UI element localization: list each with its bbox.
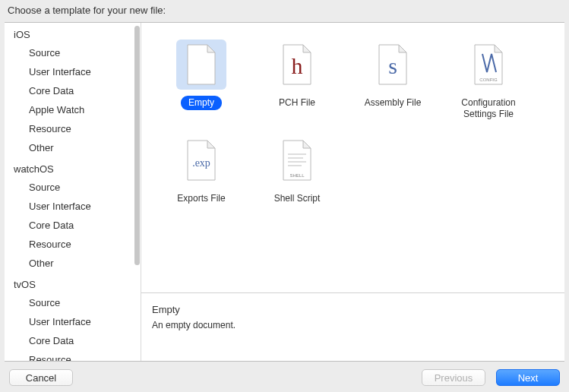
previous-button[interactable]: Previous — [422, 369, 485, 386]
sidebar-item-watchos-other[interactable]: Other — [5, 254, 141, 273]
svg-text:h: h — [292, 53, 303, 78]
description-text: An empty document. — [152, 320, 554, 330]
sidebar-group-tvos: tvOS — [5, 273, 141, 293]
right-pane: Empty h PCH File — [141, 23, 564, 361]
content-area: iOS Source User Interface Core Data Appl… — [5, 22, 564, 362]
template-icon-wrap — [176, 40, 226, 90]
template-label: Configuration Settings File — [443, 96, 534, 122]
sidebar-group-watchos: watchOS — [5, 157, 141, 178]
next-button[interactable]: Next — [496, 369, 560, 386]
sidebar-item-ios-resource[interactable]: Resource — [5, 119, 141, 138]
svg-text:CONFIG: CONFIG — [479, 77, 498, 82]
sidebar-item-ios-other[interactable]: Other — [5, 138, 141, 157]
template-icon-wrap: CONFIG — [463, 40, 514, 90]
template-icon-wrap: SHELL — [272, 135, 322, 185]
description-panel: Empty An empty document. — [141, 292, 564, 361]
sidebar-item-watchos-core-data[interactable]: Core Data — [5, 216, 141, 235]
shell-script-icon: SHELL — [280, 139, 314, 182]
empty-file-icon — [185, 43, 218, 86]
template-label: PCH File — [271, 96, 323, 110]
config-file-icon: CONFIG — [472, 43, 505, 86]
description-title: Empty — [152, 304, 554, 315]
sidebar-item-tvos-user-interface[interactable]: User Interface — [5, 312, 141, 331]
sidebar-item-tvos-source[interactable]: Source — [5, 293, 141, 312]
template-empty[interactable]: Empty — [153, 36, 249, 132]
template-pch-file[interactable]: h PCH File — [249, 36, 345, 132]
template-icon-wrap: h — [272, 40, 322, 90]
template-icon-wrap: s — [368, 40, 418, 90]
svg-text:.exp: .exp — [192, 157, 210, 169]
svg-text:s: s — [388, 53, 397, 78]
cancel-button[interactable]: Cancel — [9, 369, 73, 386]
template-label: Empty — [181, 96, 222, 110]
sidebar-item-watchos-source[interactable]: Source — [5, 178, 141, 197]
template-configuration-settings-file[interactable]: CONFIG Configuration Settings File — [441, 36, 536, 132]
svg-text:SHELL: SHELL — [289, 173, 305, 178]
sidebar-item-ios-source[interactable]: Source — [5, 43, 141, 62]
assembly-file-icon: s — [376, 43, 409, 86]
sidebar-item-ios-core-data[interactable]: Core Data — [5, 81, 141, 100]
template-icon-wrap: .exp — [176, 135, 226, 185]
dialog-footer: Cancel Previous Next — [0, 362, 569, 392]
sidebar-group-ios: iOS — [5, 23, 141, 43]
pch-file-icon: h — [280, 43, 314, 86]
sidebar-item-tvos-core-data[interactable]: Core Data — [5, 331, 141, 350]
sidebar-item-watchos-resource[interactable]: Resource — [5, 235, 141, 254]
template-label: Assembly File — [357, 96, 429, 110]
new-file-dialog: Choose a template for your new file: iOS… — [0, 0, 569, 392]
sidebar-item-watchos-user-interface[interactable]: User Interface — [5, 197, 141, 216]
template-label: Exports File — [169, 191, 232, 206]
dialog-header-label: Choose a template for your new file: — [0, 0, 569, 22]
template-shell-script[interactable]: SHELL Shell Script — [249, 132, 345, 217]
template-exports-file[interactable]: .exp Exports File — [153, 132, 249, 217]
template-label: Shell Script — [267, 191, 328, 206]
template-assembly-file[interactable]: s Assembly File — [345, 36, 441, 132]
exports-file-icon: .exp — [185, 139, 218, 182]
category-sidebar[interactable]: iOS Source User Interface Core Data Appl… — [5, 23, 141, 361]
sidebar-item-tvos-resource[interactable]: Resource — [5, 350, 141, 361]
template-grid: Empty h PCH File — [141, 23, 564, 292]
sidebar-scrollbar[interactable] — [134, 26, 140, 265]
sidebar-item-ios-apple-watch[interactable]: Apple Watch — [5, 100, 141, 119]
sidebar-item-ios-user-interface[interactable]: User Interface — [5, 62, 141, 81]
